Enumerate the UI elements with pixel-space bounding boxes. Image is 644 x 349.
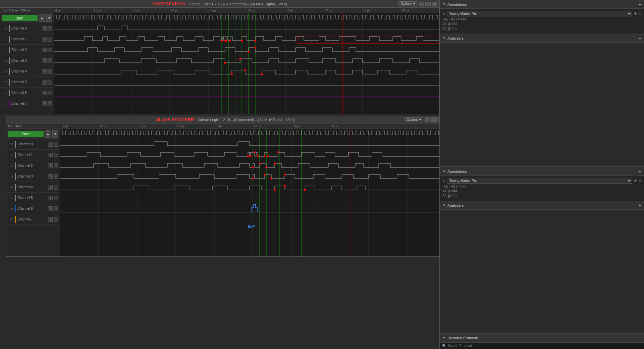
ch1-gear[interactable]: ⚙ — [42, 37, 47, 42]
ch0-add[interactable]: + — [48, 26, 52, 31]
bottom-a1a2-value: | A1 - A2 | = ### — [442, 185, 466, 188]
top-options-btn[interactable]: Options ▾ — [398, 1, 417, 6]
bottom-annotation-marker-select[interactable]: Timing Marker Pair — [447, 178, 632, 184]
bottom-analyzers-title: Analyzers — [447, 203, 637, 207]
top-annotation-a2-row: A2 @ ### — [442, 27, 641, 31]
ch4-add[interactable]: + — [48, 69, 52, 74]
top-start-btn[interactable]: Start — [2, 15, 38, 21]
b-ch0-gear[interactable]: ⚙ — [48, 142, 53, 147]
svg-point-17 — [221, 40, 223, 42]
bottom-channel-row-0: 00 Channel 0 ⚙ + — [6, 139, 60, 150]
top-time-8: +8 µs — [363, 9, 370, 12]
top-annotation-settings-icon[interactable]: ⚙ — [634, 12, 637, 15]
bottom-annotations-collapse[interactable]: ▼ — [442, 169, 446, 173]
ch5-add[interactable]: + — [48, 80, 52, 85]
svg-point-58 — [265, 166, 267, 168]
b-ch7-gear[interactable]: ⚙ — [48, 217, 53, 222]
top-arrow-up[interactable]: ▲ — [39, 14, 45, 22]
svg-point-55 — [277, 151, 279, 153]
top-minimize-btn[interactable]: – — [419, 2, 424, 6]
ch6-gear[interactable]: ⚙ — [42, 91, 47, 95]
top-analyzers-collapse[interactable]: ▼ — [442, 36, 446, 40]
ch6-color-bar — [9, 90, 10, 96]
bottom-window-controls: Options ▾ – □ ✕ — [405, 117, 443, 122]
top-close-btn[interactable]: ✕ — [432, 2, 437, 6]
bottom-channel-row-4: 04 Channel 4 ⚙ + — [6, 182, 60, 193]
top-annotation-delete-icon[interactable]: ✕ — [639, 12, 641, 15]
search-icon: 🔍 — [442, 344, 446, 348]
top-analyzers-title: Analyzers — [447, 36, 637, 40]
bottom-analyzers-add[interactable]: + — [639, 203, 641, 208]
top-annotations-content: ⊙ Timing Marker Pair ⚙ ✕ | A1 - A2 | = #… — [440, 9, 644, 34]
bottom-analyzers-section: ▼ Analyzers + — [440, 201, 644, 334]
top-time-2: +2 µs — [132, 9, 140, 12]
bottom-arrow-down[interactable]: ▼ — [52, 130, 58, 138]
top-analyzers-section: ▼ Analyzers + — [440, 34, 644, 166]
top-a1-value: A1 @ ### — [442, 22, 458, 26]
top-waveform-svg — [54, 13, 439, 114]
bottom-annotation-marker-icon: ⊙ — [442, 179, 445, 183]
top-time-offset: 1 s · 618 ms · 550 ps — [2, 9, 30, 12]
b-ch5-gear[interactable]: ⚙ — [48, 196, 53, 200]
b-ch5-add[interactable]: + — [54, 196, 58, 200]
top-maximize-btn[interactable]: □ — [425, 2, 431, 6]
b-ch2-gear[interactable]: ⚙ — [48, 163, 53, 168]
top-channel-row-0: 00 Channel 0 ⚙ + — [0, 23, 54, 34]
svg-point-60 — [252, 178, 254, 180]
decoded-protocols-collapse[interactable]: ▼ — [442, 336, 446, 340]
ch0-gear[interactable]: ⚙ — [42, 26, 47, 31]
top-annotation-a1a2-row: | A1 - A2 | = ### — [442, 17, 641, 21]
ch2-gear[interactable]: ⚙ — [42, 48, 47, 52]
b-ch1-add[interactable]: + — [54, 153, 58, 157]
top-annotations-collapse[interactable]: ▼ — [442, 2, 446, 6]
bottom-annotation-marker-row: ⊙ Timing Marker Pair ⚙ ✕ — [442, 178, 641, 184]
ch5-gear[interactable]: ⚙ — [42, 80, 47, 85]
ch7-add[interactable]: + — [48, 101, 52, 106]
top-channels-area: Start ▲ ▼ 00 Channel 0 ⚙ + 01 Channel 1 … — [0, 13, 439, 114]
b-ch4-add[interactable]: + — [54, 185, 58, 190]
bottom-arrow-up[interactable]: ▲ — [45, 130, 51, 138]
top-annotations-add[interactable]: + — [639, 2, 641, 7]
bottom-annotation-delete-icon[interactable]: ✕ — [639, 179, 641, 183]
ch1-add[interactable]: + — [48, 37, 52, 42]
bottom-analyzers-header: ▼ Analyzers + — [440, 201, 644, 210]
b-ch3-add[interactable]: + — [54, 174, 58, 179]
ch4-gear[interactable]: ⚙ — [42, 69, 47, 74]
bottom-minimize-btn[interactable]: – — [425, 117, 430, 122]
bottom-start-btn[interactable]: Start — [8, 131, 44, 137]
top-arrow-down[interactable]: ▼ — [46, 14, 52, 22]
top-analyzers-add[interactable]: + — [639, 36, 641, 41]
top-time-9: +9 µs — [401, 9, 409, 12]
search-protocols-box[interactable]: 🔍 — [440, 343, 644, 349]
b-ch1-gear[interactable]: ⚙ — [48, 153, 53, 157]
b-ch0-add[interactable]: + — [54, 142, 58, 147]
b-ch3-gear[interactable]: ⚙ — [48, 174, 53, 179]
ch7-gear[interactable]: ⚙ — [42, 101, 47, 106]
search-protocols-input[interactable] — [448, 344, 642, 348]
decoded-protocols-title: Decoded Protocols — [447, 336, 641, 340]
b-ch6-add[interactable]: + — [54, 206, 58, 211]
ch6-add[interactable]: + — [48, 91, 52, 95]
bottom-annotation-settings-icon[interactable]: ⚙ — [634, 179, 637, 183]
bottom-time-2: +4 µs — [138, 124, 146, 128]
svg-point-27 — [231, 73, 233, 75]
ch2-add[interactable]: + — [48, 48, 52, 52]
top-annotation-marker-select[interactable]: Timing Marker Pair — [447, 11, 632, 16]
b-ch6-gear[interactable]: ⚙ — [48, 206, 53, 211]
b-ch4-gear[interactable]: ⚙ — [48, 185, 53, 190]
top-channel-list: Start ▲ ▼ 00 Channel 0 ⚙ + 01 Channel 1 … — [0, 13, 54, 114]
bottom-channel-list: Start ▲ ▼ 00 Channel 0 ⚙ + 01 Channel 1 … — [6, 129, 60, 256]
bottom-time-7: +9 µs — [330, 124, 338, 128]
svg-point-53 — [264, 155, 266, 157]
top-analyzers-header: ▼ Analyzers + — [440, 34, 644, 43]
bottom-annotations-add[interactable]: + — [639, 169, 641, 174]
bottom-annotation-a1-row: A1 @ ### — [442, 189, 641, 193]
b-ch7-add[interactable]: + — [54, 217, 58, 222]
bottom-options-btn[interactable]: Options ▾ — [405, 117, 423, 122]
b-ch2-add[interactable]: + — [54, 163, 58, 168]
bottom-time-5: +7 µs — [254, 124, 261, 128]
bottom-analyzers-collapse[interactable]: ▼ — [442, 203, 446, 207]
ch3-gear[interactable]: ⚙ — [42, 58, 47, 63]
bottom-maximize-btn[interactable]: □ — [431, 117, 437, 122]
ch3-add[interactable]: + — [48, 58, 52, 63]
